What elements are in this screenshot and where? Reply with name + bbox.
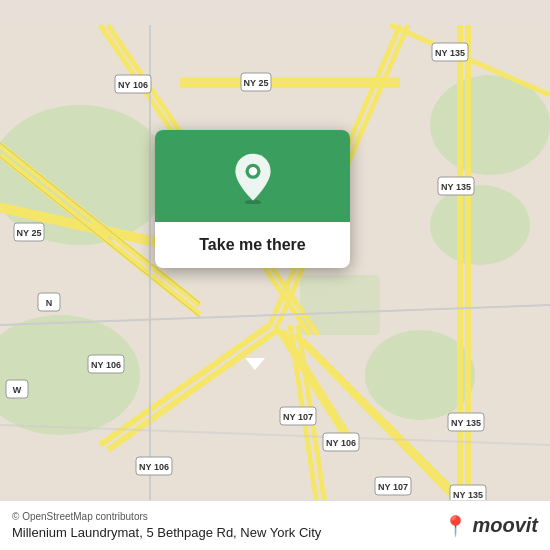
svg-text:NY 135: NY 135 <box>441 182 471 192</box>
svg-point-2 <box>430 75 550 175</box>
map-svg: NY 106 NY 25 NY 135 NY 135 NY 135 NY 135… <box>0 0 550 550</box>
popup-pointer <box>245 358 265 370</box>
svg-text:NY 135: NY 135 <box>451 418 481 428</box>
svg-text:NY 107: NY 107 <box>378 482 408 492</box>
copyright-text: © OpenStreetMap contributors <box>12 511 321 522</box>
address-text: Millenium Laundrymat, 5 Bethpage Rd, New… <box>12 525 321 540</box>
map-container: NY 106 NY 25 NY 135 NY 135 NY 135 NY 135… <box>0 0 550 550</box>
popup-card: Take me there <box>155 130 350 268</box>
moovit-logo: 📍 moovit <box>443 514 538 538</box>
svg-text:NY 25: NY 25 <box>244 78 269 88</box>
svg-text:NY 106: NY 106 <box>139 462 169 472</box>
svg-point-65 <box>248 167 256 175</box>
svg-text:NY 25: NY 25 <box>17 228 42 238</box>
svg-text:NY 107: NY 107 <box>283 412 313 422</box>
svg-text:NY 135: NY 135 <box>453 490 483 500</box>
svg-text:W: W <box>13 385 22 395</box>
bottom-bar: © OpenStreetMap contributors Millenium L… <box>0 500 550 550</box>
location-pin-icon <box>227 152 279 204</box>
popup-green-area <box>155 130 350 222</box>
moovit-brand-text: moovit <box>472 514 538 537</box>
svg-text:NY 106: NY 106 <box>118 80 148 90</box>
take-me-there-button[interactable]: Take me there <box>189 222 315 268</box>
moovit-pin-icon: 📍 <box>443 514 468 538</box>
svg-text:NY 106: NY 106 <box>91 360 121 370</box>
bottom-left: © OpenStreetMap contributors Millenium L… <box>12 511 321 540</box>
svg-text:NY 135: NY 135 <box>435 48 465 58</box>
svg-point-3 <box>430 185 530 265</box>
svg-text:N: N <box>46 298 53 308</box>
svg-text:NY 106: NY 106 <box>326 438 356 448</box>
